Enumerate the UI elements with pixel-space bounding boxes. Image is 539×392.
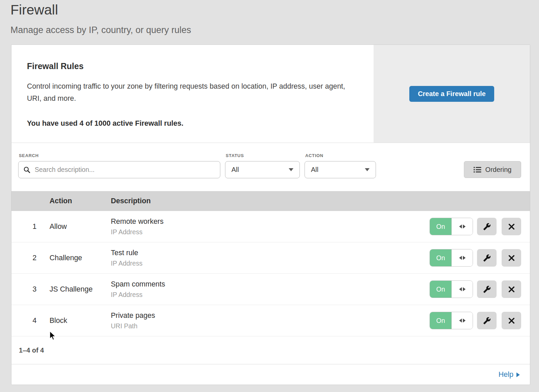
wrench-icon	[483, 317, 491, 325]
edit-rule-button[interactable]	[477, 280, 497, 298]
wrench-icon	[483, 254, 491, 262]
rule-match-type: IP Address	[111, 228, 430, 236]
table-row: 1 Allow Remote workers IP Address On	[11, 211, 530, 242]
rule-enabled-toggle[interactable]: On	[430, 312, 473, 329]
wrench-icon	[483, 285, 491, 293]
rule-description: Spam comments	[111, 280, 430, 289]
close-icon	[508, 286, 515, 293]
rule-match-type: IP Address	[111, 291, 430, 299]
search-icon	[23, 166, 31, 174]
card-top-text: Firewall Rules Control incoming traffic …	[11, 45, 374, 143]
close-icon	[508, 223, 515, 230]
arrow-left-icon	[459, 319, 462, 323]
filter-row: SEARCH STATUS All ACTION All	[11, 143, 530, 191]
chevron-down-icon	[289, 168, 293, 171]
pagination-row: 1–4 of 4	[11, 336, 530, 364]
rule-enabled-toggle[interactable]: On	[430, 280, 473, 298]
create-firewall-rule-button[interactable]: Create a Firewall rule	[409, 86, 494, 102]
toggle-handle[interactable]	[451, 249, 473, 266]
rule-controls: On	[430, 218, 530, 235]
rule-controls: On	[430, 312, 530, 329]
triangle-right-icon	[516, 372, 520, 377]
rule-description-cell: Test rule IP Address	[111, 249, 430, 267]
rule-description-cell: Remote workers IP Address	[111, 217, 430, 236]
card-top-section: Firewall Rules Control incoming traffic …	[11, 45, 530, 143]
create-rule-panel: Create a Firewall rule	[374, 45, 530, 143]
arrow-left-icon	[459, 287, 462, 291]
action-select[interactable]: All	[305, 161, 376, 178]
rule-controls: On	[430, 280, 530, 298]
arrow-left-icon	[459, 256, 462, 260]
delete-rule-button[interactable]	[502, 218, 521, 235]
toggle-handle[interactable]	[451, 312, 473, 329]
card-description: Control incoming traffic to your zone by…	[27, 80, 350, 104]
rule-description: Private pages	[111, 311, 430, 320]
rule-action: Allow	[50, 222, 111, 231]
rule-enabled-toggle[interactable]: On	[430, 218, 473, 235]
status-filter-group: STATUS All	[225, 153, 300, 178]
rule-action: JS Challenge	[50, 285, 111, 294]
toggle-on-label: On	[430, 312, 451, 329]
toggle-on-label: On	[430, 281, 451, 298]
table-row: 4 Block Private pages URI Path On	[11, 305, 530, 336]
page-title: Firewall	[10, 2, 539, 18]
page-header: Firewall Manage access by IP, country, o…	[0, 0, 539, 35]
rule-description-cell: Private pages URI Path	[111, 311, 430, 330]
rule-priority: 1	[11, 222, 50, 231]
toggle-handle[interactable]	[451, 281, 473, 298]
action-filter-group: ACTION All	[305, 153, 376, 178]
action-label: ACTION	[305, 153, 376, 158]
close-icon	[508, 317, 515, 324]
search-box	[18, 161, 220, 178]
arrow-right-icon	[463, 224, 466, 229]
delete-rule-button[interactable]	[502, 249, 521, 267]
ordering-button[interactable]: Ordering	[464, 161, 521, 178]
status-label: STATUS	[226, 153, 300, 158]
help-link-label: Help	[499, 370, 513, 379]
search-input[interactable]	[34, 165, 215, 174]
card-footer: Help	[11, 364, 530, 385]
arrow-right-icon	[463, 319, 466, 323]
arrow-right-icon	[463, 287, 466, 291]
delete-rule-button[interactable]	[502, 312, 521, 329]
list-icon	[474, 167, 481, 173]
toggle-on-label: On	[430, 218, 451, 235]
status-select[interactable]: All	[225, 161, 300, 178]
table-row: 2 Challenge Test rule IP Address On	[11, 242, 530, 274]
search-filter-group: SEARCH	[18, 153, 220, 178]
description-column-header: Description	[111, 197, 521, 205]
rule-description-cell: Spam comments IP Address	[111, 280, 430, 299]
help-link[interactable]: Help	[499, 370, 520, 379]
rule-match-type: URI Path	[111, 322, 430, 330]
table-header: Action Description	[11, 191, 530, 211]
delete-rule-button[interactable]	[502, 280, 521, 298]
rule-action: Challenge	[50, 254, 111, 262]
wrench-icon	[483, 223, 491, 231]
rule-action: Block	[50, 316, 111, 325]
rules-usage-text: You have used 4 of 1000 active Firewall …	[27, 119, 353, 128]
arrow-right-icon	[463, 256, 466, 260]
arrow-left-icon	[459, 224, 462, 229]
page-subtitle: Manage access by IP, country, or query r…	[10, 25, 539, 35]
toggle-on-label: On	[430, 249, 451, 266]
rule-enabled-toggle[interactable]: On	[430, 249, 473, 267]
rule-description: Remote workers	[111, 217, 430, 226]
table-row: 3 JS Challenge Spam comments IP Address …	[11, 274, 530, 305]
edit-rule-button[interactable]	[477, 312, 497, 329]
rule-priority: 3	[11, 285, 50, 294]
ordering-button-label: Ordering	[485, 166, 512, 174]
edit-rule-button[interactable]	[477, 249, 497, 267]
rule-match-type: IP Address	[111, 260, 430, 267]
chevron-down-icon	[365, 168, 370, 171]
rule-controls: On	[430, 249, 530, 267]
action-column-header: Action	[50, 197, 111, 205]
status-selected-value: All	[231, 166, 239, 174]
edit-rule-button[interactable]	[477, 218, 497, 235]
action-selected-value: All	[311, 166, 318, 174]
search-label: SEARCH	[19, 153, 220, 158]
firewall-rules-card: Firewall Rules Control incoming traffic …	[11, 44, 530, 385]
rule-priority: 2	[11, 254, 50, 262]
toggle-handle[interactable]	[451, 218, 473, 235]
close-icon	[508, 254, 515, 262]
card-title: Firewall Rules	[27, 61, 353, 71]
